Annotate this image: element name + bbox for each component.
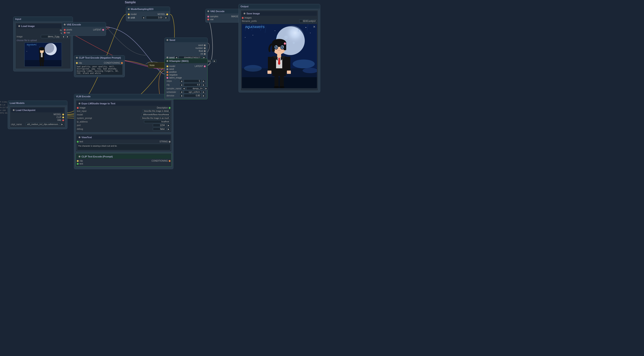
output-header: Output [239,4,320,9]
expo-port-row: port 1234 ▶ [77,124,170,127]
expo-debug-label: debug [77,128,83,130]
ks-sampler-value[interactable]: dpmpp_2m [186,87,204,90]
expo-image-port: image Description [77,107,170,109]
input-title: Input [15,18,21,20]
ks-denoise-right[interactable]: ▶ [202,94,206,97]
seed-value-in [166,57,168,58]
ks-sampler-right[interactable]: ▶ [204,87,208,90]
load-checkpoint-title: Load Checkpoint [16,109,35,111]
svg-rect-37 [242,77,317,88]
expo-system-value[interactable]: Describe the image in as much [140,116,170,120]
expo-lm-title: Expo LMStudio Image to Text [82,102,115,105]
output-anime-svg: INSATANUTS [242,24,317,88]
svg-point-2 [44,43,54,53]
model-sampling-title: ModelSamplingSD3 [131,8,154,11]
svg-point-35 [244,65,262,72]
expo-port-label: port [77,124,80,126]
ms-model-out-dot [166,14,168,15]
ks-latent-port: latent_image [166,77,206,79]
vd-samples-port: samples IMAGE [208,15,241,18]
expo-debug-value[interactable]: false [153,127,166,131]
output-node: Output Save Image images filename_prefix… [238,4,320,92]
anime-preview-svg: INSATANUTS [24,43,62,67]
vae-decode-header: VAE Decode [206,9,243,14]
ms-shift-arrow-left[interactable]: ◀ [142,16,145,19]
ckpt-arrow[interactable]: ▶ [60,123,64,126]
ms-shift-arrow-right[interactable]: ▶ [164,16,168,19]
ks-latent-out-dot [204,65,206,67]
expo-debug-arrow[interactable]: ▶ [167,128,170,131]
vae-decode-body: samples IMAGE vae [206,14,243,22]
ks-scheduler-label: scheduler [166,91,176,93]
expo-ip-value[interactable]: localhost [144,120,170,123]
seed-control-right[interactable]: ▶ [213,60,216,63]
ks-steps-right[interactable]: ▶ [202,80,206,83]
ks-scheduler-left[interactable]: ◀ [180,90,183,94]
choose-upload-label[interactable]: choose file to upload [16,39,70,42]
svg-rect-15 [42,62,44,66]
ksampler-header: KSampler (WAS) [165,59,208,63]
vlm-encode-node: VLM Encode Expo LMStudio Image to Text i… [74,94,173,169]
expo-port-value[interactable]: 1234 [153,124,166,127]
expo-port-arrow[interactable]: ▶ [167,124,170,127]
output-title: Output [240,5,248,8]
ks-cfg-value[interactable]: 4.6 [184,83,202,86]
expo-text-input-value[interactable]: Describe this image in detail, [142,109,170,113]
ms-shift-in [128,17,130,19]
viewtext-title: ViewText [82,136,92,139]
seed-number-label: number [196,47,203,49]
ks-sampler-label: sampler_name [166,87,181,90]
svg-rect-45 [268,71,272,74]
viewtext-text-port: text STRING [77,140,170,143]
ks-sampler-left[interactable]: ◀ [182,87,186,90]
si-images-port: images [242,17,317,19]
svg-rect-44 [268,57,273,72]
vae-encode-body: pixels LATENT vae [62,27,106,36]
viewtext-content: The character is wearing a black suit an… [77,144,170,150]
ks-latent-out-label: LATENT [194,65,203,67]
ks-steps-left[interactable]: ◀ [180,80,183,83]
ks-denoise-left[interactable]: ◀ [180,94,183,97]
seed-title: Seed [170,39,175,41]
ms-model-label: model [130,13,136,16]
ks-cfg-right[interactable]: ▶ [202,83,206,86]
seed-out-seed-dot [204,45,206,46]
svg-point-32 [245,37,245,38]
ks-scheduler-value[interactable]: sgm_uniform [184,90,202,94]
close-preview-button[interactable]: ✕ [313,25,316,29]
lc-vae-label: VAE [57,119,62,121]
ks-denoise-row: denoise ◀ 0.80 ▶ [166,94,206,97]
svg-point-6 [26,51,27,52]
expo-desc-label: Description [157,107,168,109]
clip-neg-cond-dot [121,62,123,64]
load-checkpoint-header: Load Checkpoint [11,108,64,112]
vd-vae-in [208,19,209,20]
clip-neg-text[interactable]: bad quality, poor quality, doll, disfigu… [76,65,123,75]
ks-steps-value[interactable]: 5 [184,79,202,83]
note-content: Note [150,64,154,67]
clip-prompt-clip-in [77,160,78,162]
clip-prompt-clip-port: clip CONDITIONING [77,160,170,162]
clip-neg-header: CLIP Text Encode (Negative Prompt) [74,56,124,60]
expo-desc-dot [169,107,170,109]
vd-samples-in [208,16,209,18]
svg-point-29 [275,31,275,31]
ms-shift-value[interactable]: 3.00 [146,16,164,19]
ms-model-in [128,14,130,15]
si-filename-value[interactable]: SD3ComfyUI [299,20,317,23]
ks-denoise-value[interactable]: 0.80 [184,94,202,97]
clip-prompt-header: CLIP Text Encode (Prompt) [77,154,170,159]
output-image-preview: ✕ [242,24,317,88]
ks-cfg-left[interactable]: ◀ [180,83,183,86]
ms-shift-label: shift [130,16,135,19]
svg-rect-47 [287,71,291,74]
svg-point-34 [293,60,315,68]
vae-enc-pixels-label: pixels [66,29,72,31]
ckpt-value[interactable]: sd3_medium_incl_clips.safetensors [26,123,60,126]
image-field-value[interactable]: demo_0.jpg [41,35,61,38]
seed-number-dot [204,47,206,49]
vd-vae-port: vae [208,18,241,21]
ks-scheduler-right[interactable]: ▶ [202,90,206,94]
lc-model-dot [62,114,64,115]
expo-model-value[interactable]: bilborowski/llava-NousResear [142,113,170,116]
